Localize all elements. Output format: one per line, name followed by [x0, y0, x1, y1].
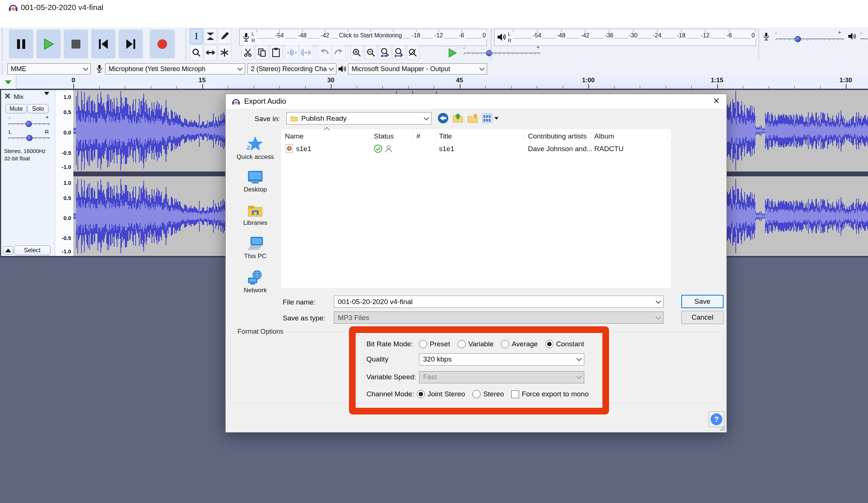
play-at-speed-button[interactable] [445, 46, 460, 60]
column-header-status[interactable]: Status [374, 132, 394, 140]
file-name-input[interactable]: 001-05-20-2020 v4-final [334, 296, 664, 308]
file-album-cell[interactable]: RADCTU [594, 145, 623, 153]
sidebar-item-desktop[interactable]: Desktop [232, 170, 279, 193]
silence-audio-button[interactable] [299, 46, 313, 60]
track-select-button[interactable]: Select [14, 246, 50, 255]
dialog-close-button[interactable]: ✕ [713, 97, 720, 105]
save-as-type-combo[interactable]: MP3 Files [334, 312, 664, 324]
radio-stereo[interactable] [472, 390, 480, 398]
quality-combo[interactable]: 320 kbps [419, 353, 584, 366]
column-header-artists[interactable]: Contributing artists [528, 132, 586, 140]
multi-tool-button[interactable] [218, 45, 231, 60]
redo-button[interactable] [332, 46, 345, 60]
track-menu-button[interactable] [44, 95, 49, 102]
recording-device-icon [96, 64, 103, 74]
recording-meter[interactable]: L R Click to Start Monitoring -54-48-42-… [239, 29, 487, 46]
zoom-out-button[interactable] [365, 46, 377, 60]
recording-channels-combo[interactable]: 2 (Stereo) Recording Cha [247, 63, 336, 74]
sidebar-item-quick-access[interactable]: Quick access [232, 136, 279, 161]
up-one-level-button[interactable] [452, 113, 463, 124]
radio-preset-label[interactable]: Preset [430, 340, 450, 348]
fit-project-button[interactable] [393, 46, 405, 60]
sidebar-item-network[interactable]: Network [232, 270, 279, 294]
zoom-toggle-button[interactable] [407, 46, 419, 60]
playback-volume-slider[interactable] [860, 39, 868, 39]
silence-audio-icon [301, 49, 311, 57]
record-button[interactable] [150, 30, 175, 59]
recording-device-combo[interactable]: Microphone (Yeti Stereo Microph [105, 63, 245, 74]
play-button[interactable] [36, 30, 61, 59]
zoom-tool-button[interactable] [190, 45, 203, 60]
file-name-cell[interactable]: s1e1 [296, 145, 311, 153]
file-artists-cell[interactable]: Dave Johnson and... [528, 145, 592, 153]
timeshift-tool-button[interactable] [204, 45, 217, 60]
timeline-options-button[interactable] [0, 76, 16, 89]
playback-meter[interactable]: L R -54-48-42-36-30-24-18-12-60 [494, 29, 756, 46]
radio-constant[interactable] [545, 340, 553, 348]
track-name[interactable]: Mix [14, 93, 23, 101]
selection-tool-button[interactable]: I [190, 29, 203, 44]
timeline-ruler[interactable]: 01530451:001:151:30 [16, 76, 868, 89]
sidebar-item-libraries[interactable]: Libraries [232, 203, 279, 227]
file-list[interactable]: Name Status # Title Contributing artists… [281, 129, 671, 288]
save-button[interactable]: Save [681, 295, 724, 308]
radio-variable[interactable] [458, 340, 466, 348]
radio-stereo-label[interactable]: Stereo [483, 390, 504, 398]
file-title-cell[interactable]: s1e1 [439, 145, 454, 153]
paste-button[interactable] [270, 46, 282, 60]
draw-tool-button[interactable] [218, 29, 231, 44]
envelope-tool-button[interactable] [204, 29, 217, 44]
sidebar-item-this-pc[interactable]: This PC [232, 236, 279, 260]
pan-thumb[interactable] [26, 135, 33, 141]
radio-variable-label[interactable]: Variable [468, 340, 493, 348]
skip-to-end-button[interactable] [119, 30, 143, 59]
trim-audio-button[interactable] [285, 46, 299, 60]
track-ruler-label: 0.0 [63, 214, 71, 221]
track-collapse-button[interactable] [3, 246, 13, 254]
gain-thumb[interactable] [26, 121, 32, 127]
radio-joint-stereo-label[interactable]: Joint Stereo [428, 390, 465, 398]
radio-preset[interactable] [419, 340, 427, 348]
dialog-title-bar[interactable]: Export Audio ✕ [226, 94, 726, 109]
force-mono-label[interactable]: Force export to mono [522, 390, 589, 398]
device-grip[interactable] [1, 64, 3, 74]
monitor-text[interactable]: Click to Start Monitoring [338, 32, 403, 39]
solo-button[interactable]: Solo [27, 104, 49, 113]
dialog-resize-grip[interactable] [720, 426, 725, 431]
back-button[interactable] [438, 113, 449, 124]
column-header-number[interactable]: # [416, 132, 420, 140]
help-button[interactable]: ? [709, 412, 724, 427]
stop-button[interactable] [64, 30, 88, 59]
radio-joint-stereo[interactable] [417, 390, 425, 398]
track-ruler-label: 1.0 [63, 93, 71, 100]
view-menu-button[interactable] [482, 113, 499, 123]
vertical-scale-ruler[interactable]: 1.00.50.0-0.5-1.0 1.00.50.0-0.5-1.0 [55, 90, 73, 256]
cancel-button[interactable]: Cancel [681, 311, 724, 324]
column-header-title[interactable]: Title [439, 132, 452, 140]
radio-average-label[interactable]: Average [512, 340, 538, 348]
new-folder-button[interactable] [467, 113, 478, 124]
column-header-name[interactable]: Name [285, 132, 304, 140]
toolbar-grip[interactable] [1, 29, 3, 61]
radio-average[interactable] [501, 340, 509, 348]
mixer-grip[interactable] [758, 29, 759, 61]
fit-selection-button[interactable] [379, 46, 391, 60]
chevron-down-icon [576, 374, 582, 379]
skip-to-start-button[interactable] [91, 30, 116, 59]
zoom-in-button[interactable] [350, 46, 363, 60]
cut-button[interactable] [242, 46, 254, 60]
save-in-combo[interactable]: Publish Ready [286, 112, 432, 124]
pause-button[interactable] [9, 30, 33, 59]
mute-button[interactable]: Mute [6, 104, 27, 113]
playback-device-combo[interactable]: Microsoft Sound Mapper - Output [348, 63, 487, 74]
audio-host-combo[interactable]: MME [7, 63, 91, 74]
track-close-button[interactable]: ✕ [4, 92, 11, 100]
meter-grip[interactable] [490, 29, 492, 61]
copy-button[interactable] [256, 46, 268, 60]
recording-volume-thumb[interactable] [795, 36, 801, 42]
force-mono-checkbox[interactable] [511, 390, 519, 398]
undo-button[interactable] [318, 46, 331, 60]
tools-grip[interactable] [185, 29, 187, 61]
column-header-album[interactable]: Album [594, 132, 614, 140]
radio-constant-label[interactable]: Constant [556, 340, 584, 348]
